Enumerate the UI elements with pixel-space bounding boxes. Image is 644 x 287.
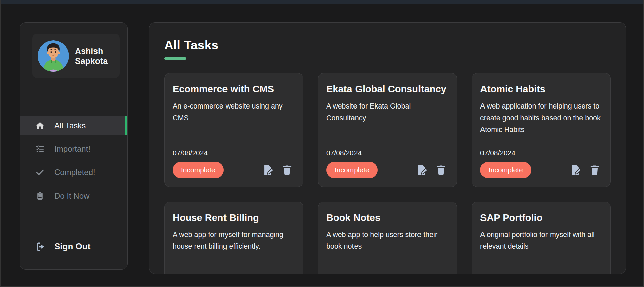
file-pen-icon[interactable] <box>262 164 273 176</box>
trash-icon[interactable] <box>281 164 293 176</box>
sidebar-item-label: All Tasks <box>54 121 86 130</box>
trash-icon[interactable] <box>589 164 600 176</box>
main-panel: All Tasks Ecommerce with CMS An e-commer… <box>149 22 626 274</box>
check-icon <box>36 168 44 177</box>
sidebar-item-label: Do It Now <box>54 191 89 201</box>
checklist-icon <box>36 145 44 153</box>
task-card-grid: Ecommerce with CMS An e-commerce website… <box>164 73 611 274</box>
task-card-footer: Incomplete <box>326 162 448 178</box>
task-card: Ekata Global Consultancy A website for E… <box>318 73 457 187</box>
task-actions <box>570 164 602 176</box>
task-description: A website for Ekata Global Consultancy <box>326 100 448 149</box>
sign-out-label: Sign Out <box>54 241 90 252</box>
task-title: Ecommerce with CMS <box>173 83 294 96</box>
task-title: Ekata Global Consultancy <box>326 83 448 96</box>
trash-icon[interactable] <box>435 164 447 176</box>
sidebar: Ashish Sapkota All Tasks <box>20 22 128 270</box>
task-description: An e-commerce website using any CMS <box>173 100 294 149</box>
sidebar-item-completed[interactable]: Completed! <box>20 163 127 182</box>
home-icon <box>36 121 44 130</box>
sign-out-button[interactable]: Sign Out <box>20 241 127 252</box>
task-title: Atomic Habits <box>480 83 602 96</box>
sidebar-item-label: Important! <box>54 144 90 154</box>
task-title: House Rent Billing <box>173 211 294 224</box>
logout-icon <box>36 242 46 252</box>
task-card: SAP Portfolio A original portfolio for m… <box>472 202 611 274</box>
task-card-footer: Incomplete <box>480 162 602 178</box>
status-badge[interactable]: Incomplete <box>173 162 224 178</box>
task-description: A original portfolio for myself with all… <box>480 229 602 274</box>
task-title: Book Notes <box>326 211 448 224</box>
status-badge[interactable]: Incomplete <box>326 162 378 178</box>
task-actions <box>262 164 294 176</box>
task-card: Ecommerce with CMS An e-commerce website… <box>164 73 303 187</box>
task-title: SAP Portfolio <box>480 211 602 224</box>
task-card: Atomic Habits A web application for help… <box>472 73 611 187</box>
user-name: Ashish Sapkota <box>75 46 114 66</box>
window-top-strip <box>1 0 643 4</box>
sidebar-nav: All Tasks Important! <box>20 116 127 210</box>
task-description: A web app to help users store their book… <box>326 229 448 274</box>
user-profile-chip: Ashish Sapkota <box>32 34 120 78</box>
task-date: 07/08/2024 <box>326 149 448 157</box>
status-badge[interactable]: Incomplete <box>480 162 531 178</box>
task-description: A web app for myself for managing house … <box>173 229 294 274</box>
page-title-underline <box>164 57 186 60</box>
task-actions <box>416 164 448 176</box>
sidebar-item-label: Completed! <box>54 168 95 177</box>
file-pen-icon[interactable] <box>570 164 581 176</box>
task-card: Book Notes A web app to help users store… <box>318 202 457 274</box>
clipboard-icon <box>36 192 44 200</box>
sidebar-item-important[interactable]: Important! <box>20 139 127 159</box>
sidebar-item-do-it-now[interactable]: Do It Now <box>20 186 127 206</box>
task-date: 07/08/2024 <box>173 149 294 157</box>
app-background: Ashish Sapkota All Tasks <box>0 0 644 287</box>
task-card-footer: Incomplete <box>173 162 294 178</box>
page-title: All Tasks <box>164 38 611 52</box>
file-pen-icon[interactable] <box>416 164 427 176</box>
task-date: 07/08/2024 <box>480 149 602 157</box>
task-card: House Rent Billing A web app for myself … <box>164 202 303 274</box>
user-avatar <box>38 40 69 72</box>
task-description: A web application for helping users to c… <box>480 100 602 149</box>
sidebar-item-all-tasks[interactable]: All Tasks <box>20 116 127 135</box>
